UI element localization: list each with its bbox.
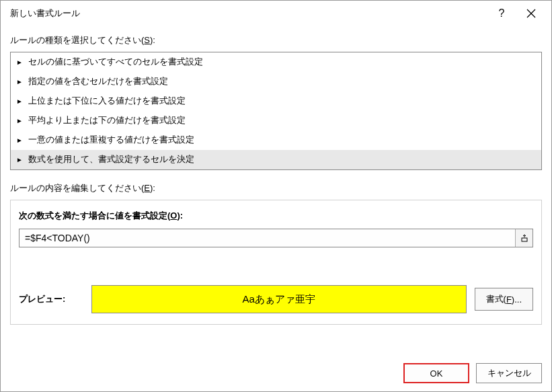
window-title: 新しい書式ルール bbox=[10, 7, 487, 19]
rule-type-item[interactable]: ►数式を使用して、書式設定するセルを決定 bbox=[11, 150, 541, 169]
dialog-buttons: OK キャンセル bbox=[403, 363, 542, 383]
formula-input[interactable] bbox=[19, 229, 515, 247]
rule-type-item-label: 上位または下位に入る値だけを書式設定 bbox=[28, 95, 186, 107]
arrow-right-icon: ► bbox=[15, 156, 24, 163]
svg-rect-2 bbox=[522, 238, 527, 241]
rule-type-item[interactable]: ►上位または下位に入る値だけを書式設定 bbox=[11, 91, 541, 111]
arrow-right-icon: ► bbox=[15, 78, 24, 85]
formula-label: 次の数式を満たす場合に値を書式設定(O): bbox=[19, 210, 533, 222]
preview-row: プレビュー: Aaあぁアァ亜宇 書式(F)... bbox=[19, 285, 533, 313]
rule-type-item[interactable]: ►平均より上または下の値だけを書式設定 bbox=[11, 111, 541, 130]
help-button[interactable]: ? bbox=[487, 3, 516, 24]
arrow-right-icon: ► bbox=[15, 136, 24, 144]
rule-type-item[interactable]: ►セルの値に基づいてすべてのセルを書式設定 bbox=[11, 52, 541, 72]
arrow-right-icon: ► bbox=[15, 97, 24, 105]
rule-type-item-label: 一意の値または重複する値だけを書式設定 bbox=[28, 134, 194, 146]
rule-type-item-label: セルの値に基づいてすべてのセルを書式設定 bbox=[28, 56, 203, 68]
formula-input-row bbox=[19, 229, 533, 247]
rule-type-item[interactable]: ►指定の値を含むセルだけを書式設定 bbox=[11, 72, 541, 91]
range-selector-button[interactable] bbox=[515, 229, 533, 247]
preview-box: Aaあぁアァ亜宇 bbox=[91, 285, 467, 313]
format-button[interactable]: 書式(F)... bbox=[475, 288, 533, 311]
rule-type-label: ルールの種類を選択してください(S): bbox=[10, 34, 542, 46]
range-selector-icon bbox=[520, 234, 528, 242]
preview-label: プレビュー: bbox=[19, 293, 83, 305]
close-button[interactable] bbox=[516, 3, 546, 24]
rule-type-list[interactable]: ►セルの値に基づいてすべてのセルを書式設定►指定の値を含むセルだけを書式設定►上… bbox=[10, 52, 542, 170]
rule-type-item-label: 平均より上または下の値だけを書式設定 bbox=[28, 114, 186, 126]
cancel-button[interactable]: キャンセル bbox=[476, 363, 542, 383]
titlebar: 新しい書式ルール ? bbox=[1, 1, 551, 26]
formula-section: 次の数式を満たす場合に値を書式設定(O): プレビュー: Aaあぁアァ亜宇 書式… bbox=[10, 200, 542, 325]
arrow-right-icon: ► bbox=[15, 117, 24, 124]
rule-type-item-label: 数式を使用して、書式設定するセルを決定 bbox=[28, 153, 194, 165]
ok-button[interactable]: OK bbox=[403, 363, 469, 383]
close-icon bbox=[526, 9, 536, 18]
rule-type-item-label: 指定の値を含むセルだけを書式設定 bbox=[28, 75, 168, 87]
rule-type-item[interactable]: ►一意の値または重複する値だけを書式設定 bbox=[11, 130, 541, 150]
arrow-right-icon: ► bbox=[15, 58, 24, 66]
rule-edit-label: ルールの内容を編集してください(E): bbox=[10, 182, 542, 194]
